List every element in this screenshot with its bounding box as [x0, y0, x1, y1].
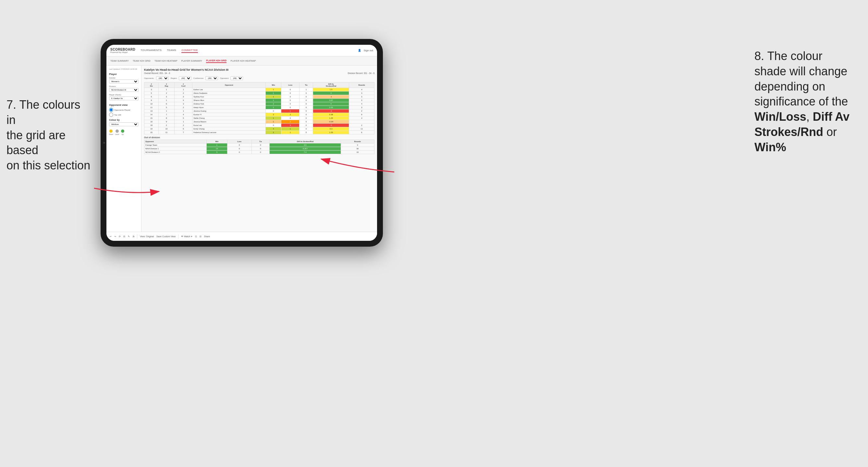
- colour-label-level: Level: [115, 133, 119, 135]
- sidebar-gender-label: Gender: [109, 77, 138, 79]
- filter-row: Opponents: (All) Region (All) Conference…: [144, 76, 374, 80]
- subnav-team-h2h-grid[interactable]: TEAM H2H GRID: [133, 59, 151, 63]
- bottom-toolbar: ↩ ↪ ⟳ ⊟ ✎ ◔ View: Original Save Custom V…: [106, 232, 377, 241]
- toolbar-divider-1: [137, 234, 137, 239]
- tablet-frame: SCOREBOARD Powered by clippd TOURNAMENTS…: [101, 39, 383, 247]
- sidebar: Last Updated: 27/03/2024 16:55:38 Player…: [106, 66, 142, 232]
- toolbar-refresh[interactable]: ⟳: [119, 235, 121, 238]
- filter-opponents-select[interactable]: (All): [156, 76, 169, 80]
- sidebar-timestamp: Last Updated: 27/03/2024 16:55:38: [109, 68, 138, 70]
- ood-th-rounds: Rounds: [341, 140, 374, 144]
- table-row: 914Sharon Mun1003.673: [145, 99, 374, 102]
- filter-region-label: Region: [171, 77, 177, 79]
- sidebar-colour-by-select[interactable]: Win/loss: [109, 122, 138, 126]
- sidebar-player-label: Player (Rank): [109, 94, 138, 96]
- toolbar-redo[interactable]: ↪: [114, 235, 116, 238]
- grid-record: Overall Record: 353 - 34 - 6 Division Re…: [144, 72, 374, 74]
- nav-items: TOURNAMENTS TEAMS COMMITTEE: [141, 48, 358, 53]
- logo-title: SCOREBOARD: [110, 48, 135, 51]
- logo: SCOREBOARD Powered by clippd: [110, 48, 135, 54]
- toolbar-divider-2: [178, 234, 179, 239]
- subnav-player-summary[interactable]: PLAYER SUMMARY: [181, 59, 203, 63]
- table-row: 1152Heejo Hyun1003.333: [145, 106, 374, 110]
- th-loss: Loss: [281, 83, 300, 88]
- table-header-row: #Div #Reg #Conf Opponent Win Loss Tie Di…: [145, 83, 374, 88]
- table-row: 20117Federica Domecq Lacroze2101.336: [145, 131, 374, 134]
- filter-conference-label: Conference: [193, 77, 204, 79]
- sidebar-player-select[interactable]: 8. Katelyn Vo: [109, 96, 138, 100]
- toolbar-view-original[interactable]: View: Original: [140, 235, 154, 238]
- sidebar-radio-top100-input[interactable]: [109, 113, 113, 117]
- nav-teams[interactable]: TEAMS: [167, 48, 176, 53]
- colour-legend: Down Level Up: [109, 129, 138, 135]
- table-row: 1691Jessica Mason120-0.94: [145, 120, 374, 124]
- toolbar-crop[interactable]: ⊟: [123, 235, 125, 238]
- table-row: Foreign Team1004.52: [145, 144, 374, 147]
- table-row: 19106Emily Chang4100.311: [145, 127, 374, 131]
- logo-subtitle: Powered by clippd: [110, 51, 135, 54]
- th-tie: Tie: [300, 83, 313, 88]
- subnav-player-h2h-heatmap[interactable]: PLAYER H2H HEATMAP: [230, 59, 256, 63]
- sidebar-player-title: Player: [109, 73, 138, 75]
- sidebar-radio-opponents-played[interactable]: Opponents Played: [109, 108, 138, 112]
- table-row: 1474Eunice Yi2200.389: [145, 113, 374, 117]
- sidebar-division-select[interactable]: NCAA Division III: [109, 88, 138, 92]
- toolbar-timer[interactable]: ◔: [132, 235, 134, 238]
- filter-conference-select[interactable]: (All): [206, 76, 218, 80]
- sign-out-link[interactable]: Sign out: [364, 49, 373, 52]
- sidebar-colour-by-title: Colour by: [109, 119, 138, 121]
- ood-th-diff: Diff Av Strokes/Rnd: [270, 140, 341, 144]
- ood-th-win: Win: [206, 140, 227, 144]
- sub-nav: TEAM SUMMARY TEAM H2H GRID TEAM H2H HEAT…: [106, 57, 377, 66]
- colour-item-up: Up: [121, 129, 124, 135]
- main-table: #Div #Reg #Conf Opponent Win Loss Tie Di…: [144, 82, 374, 134]
- table-row: 311Esther Lee1011.54: [145, 88, 374, 92]
- colour-item-level: Level: [115, 129, 119, 135]
- nav-committee[interactable]: COMMITTEE: [181, 48, 198, 53]
- th-rounds: Rounds: [349, 83, 374, 88]
- subnav-team-h2h-heatmap[interactable]: TEAM H2H HEATMAP: [154, 59, 178, 63]
- toolbar-edit[interactable]: ✎: [128, 235, 130, 238]
- ood-th-loss: Loss: [227, 140, 251, 144]
- sidebar-opponent-view-title: Opponent view: [109, 103, 138, 106]
- overall-record: Overall Record: 353 - 34 - 6: [144, 72, 170, 74]
- toolbar-undo[interactable]: ↩: [110, 235, 112, 238]
- toolbar-icon2[interactable]: ⊟: [199, 235, 202, 238]
- user-icon: 👤: [358, 49, 361, 52]
- colour-item-down: Down: [109, 129, 113, 135]
- toolbar-icon1[interactable]: ⊡: [195, 235, 197, 238]
- division-record: Division Record: 331 - 34 - 6: [348, 72, 374, 74]
- table-row: 633Sydney Kuo100-13: [145, 95, 374, 99]
- nav-right: 👤 Sign out: [358, 49, 373, 52]
- filter-opponents-label: Opponents:: [144, 77, 154, 79]
- filter-opponent-select[interactable]: (All): [230, 76, 243, 80]
- sidebar-radio-opponents-input[interactable]: [109, 108, 113, 112]
- toolbar-watch[interactable]: 👁 Watch ▾: [181, 235, 192, 238]
- grid-title: Katelyn Vo Head-to-Head Grid for Women's…: [144, 68, 374, 71]
- sidebar-division-label: Division: [109, 85, 138, 87]
- tablet-camera: [103, 142, 105, 144]
- table-row: 1063Andrea York20044: [145, 102, 374, 106]
- ood-th-opponent: Opponent: [145, 140, 207, 144]
- nav-tournaments[interactable]: TOURNAMENTS: [141, 48, 162, 53]
- th-opponent: Opponent: [192, 83, 266, 88]
- subnav-team-summary[interactable]: TEAM SUMMARY: [110, 59, 129, 63]
- toolbar-share[interactable]: Share: [204, 235, 210, 238]
- toolbar-save-custom-view[interactable]: Save Custom View: [156, 235, 176, 238]
- filter-opponent-label: Opponent: [220, 77, 228, 79]
- sidebar-gender-select[interactable]: Women's: [109, 80, 138, 84]
- table-row: NAIA Division 115009.26730: [145, 147, 374, 151]
- sidebar-radio-top100[interactable]: Top 100: [109, 113, 138, 117]
- colour-dot-level: [116, 129, 119, 133]
- sidebar-radio-top100-label: Top 100: [114, 114, 121, 116]
- table-row: NCAA Division 25007.410: [145, 151, 374, 154]
- subnav-player-h2h-grid[interactable]: PLAYER H2H GRID: [206, 59, 226, 63]
- main-content: Last Updated: 27/03/2024 16:55:38 Player…: [106, 66, 377, 232]
- th-conf: #Conf: [175, 83, 192, 88]
- table-row: 1822Euna Lee030-52: [145, 124, 374, 127]
- th-win: Win: [266, 83, 281, 88]
- th-reg: #Reg: [158, 83, 174, 88]
- filter-region-select[interactable]: (All): [179, 76, 191, 80]
- out-of-division-table: Opponent Win Loss Tie Diff Av Strokes/Rn…: [144, 139, 374, 154]
- table-row: 1585Stella Cheng1001.254: [145, 117, 374, 120]
